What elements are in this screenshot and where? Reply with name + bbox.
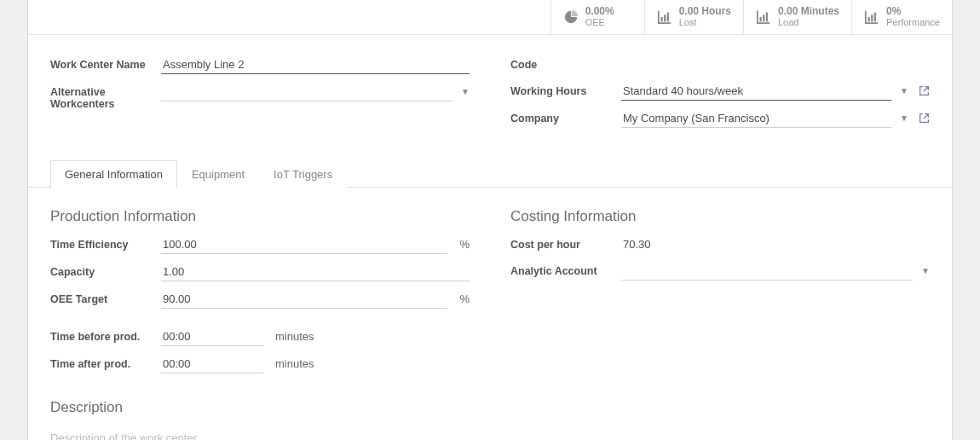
capacity-label: Capacity [50,263,161,278]
time-efficiency-input[interactable] [161,235,447,254]
working-hours-input[interactable] [621,82,891,101]
kpi-strip: 0.00% OEE 0.00 Hours Lost 0.00 Minutes [28,0,952,35]
company-label: Company [510,109,621,124]
bar-chart-icon [756,9,771,25]
analytic-account-input[interactable] [621,262,913,281]
minutes-unit: minutes [275,330,314,343]
svg-rect-4 [763,14,764,21]
kpi-load-label: Load [778,17,839,28]
analytic-account-label: Analytic Account [510,262,621,277]
production-heading: Production Information [50,208,470,225]
chevron-down-icon[interactable]: ▼ [900,86,908,96]
kpi-lost-value: 0.00 Hours [679,5,731,17]
bar-chart-icon [864,9,879,25]
chevron-down-icon[interactable]: ▼ [921,266,930,275]
bar-chart-icon [657,9,672,25]
time-before-input[interactable] [161,327,263,346]
description-heading: Description [50,399,930,416]
time-efficiency-label: Time Efficiency [50,235,161,251]
kpi-lost-label: Lost [679,17,731,28]
kpi-lost[interactable]: 0.00 Hours Lost [644,0,743,34]
alt-workcenters-input[interactable] [161,83,453,101]
svg-rect-1 [664,14,666,21]
working-hours-label: Working Hours [510,82,621,97]
description-input[interactable]: Description of the work center... [50,426,930,440]
external-link-icon[interactable] [919,113,930,124]
oee-target-input[interactable] [161,290,447,309]
capacity-input[interactable] [161,263,470,281]
costing-heading: Costing Information [510,208,930,225]
code-label: Code [510,55,621,71]
kpi-load-value: 0.00 Minutes [778,5,839,17]
kpi-oee[interactable]: 0.00% OEE [551,0,644,34]
percent-unit: % [459,292,470,305]
kpi-oee-value: 0.00% [585,5,614,17]
svg-rect-5 [766,12,768,21]
kpi-performance[interactable]: 0% Performance [851,0,952,34]
cost-per-hour-label: Cost per hour [510,235,621,251]
pie-chart-icon [563,9,579,25]
svg-rect-6 [868,17,870,21]
code-input[interactable] [621,55,930,73]
chevron-down-icon[interactable]: ▼ [900,113,908,123]
svg-rect-0 [660,17,662,21]
external-link-icon[interactable] [919,85,930,96]
time-after-input[interactable] [161,355,263,373]
svg-rect-3 [759,17,761,21]
svg-rect-8 [874,12,876,21]
tab-iot-triggers[interactable]: IoT Triggers [259,160,347,188]
company-input[interactable] [621,109,891,128]
svg-rect-2 [666,12,668,21]
kpi-performance-value: 0% [886,5,940,17]
time-before-label: Time before prod. [50,327,161,343]
oee-target-label: OEE Target [50,290,161,305]
percent-unit: % [459,238,470,251]
name-input[interactable] [161,55,470,74]
kpi-performance-label: Performance [886,17,940,28]
cost-per-hour-input[interactable] [621,235,930,253]
time-after-label: Time after prod. [50,355,161,370]
alt-workcenters-label: Alternative Workcenters [50,83,161,110]
name-label: Work Center Name [50,55,161,71]
kpi-load[interactable]: 0.00 Minutes Load [743,0,851,34]
tab-equipment[interactable]: Equipment [177,160,259,188]
chevron-down-icon[interactable]: ▼ [461,87,470,96]
minutes-unit: minutes [275,357,314,370]
svg-rect-7 [871,14,873,21]
tab-general-information[interactable]: General Information [50,160,177,188]
kpi-oee-label: OEE [585,17,614,28]
